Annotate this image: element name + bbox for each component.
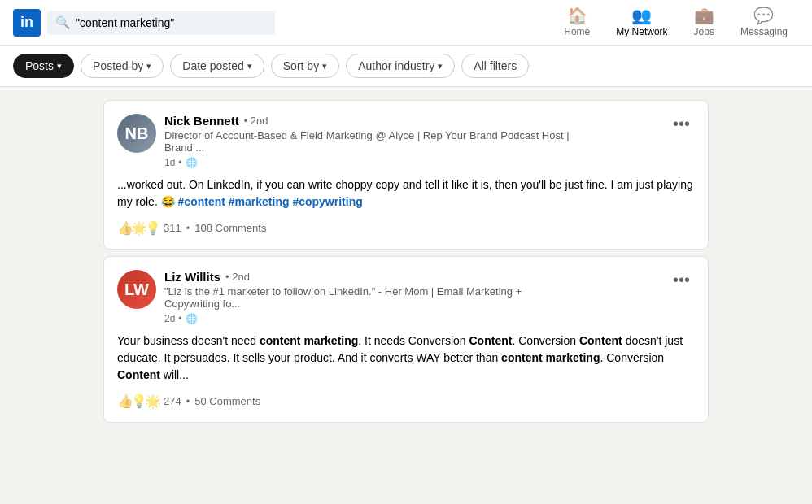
nav-bar: in 🔍 🏠 Home 👥 My Network 💼 Jobs 💬 Messag… — [0, 0, 812, 46]
my-network-icon: 👥 — [631, 7, 652, 24]
date-posted-filter[interactable]: Date posted ▾ — [170, 54, 264, 78]
reactions-count-1: 311 — [164, 222, 181, 234]
author-industry-label: Author industry — [358, 59, 434, 72]
nav-item-messaging-label: Messaging — [740, 26, 788, 37]
nav-item-jobs[interactable]: 💼 Jobs — [683, 1, 726, 44]
avatar-initials-2: LW — [124, 280, 149, 299]
nav-item-jobs-label: Jobs — [694, 26, 714, 37]
reactions-dot-1: • — [186, 222, 190, 234]
nav-item-home-label: Home — [564, 26, 590, 37]
all-filters-label: All filters — [474, 59, 517, 72]
meta-dot-1: • — [178, 157, 181, 168]
author-headline-2: "Liz is the #1 marketer to follow on Lin… — [164, 285, 571, 310]
author-degree-1: • 2nd — [244, 115, 268, 127]
bold-content-marketing-1: content marketing — [260, 334, 358, 347]
posts-chevron-icon: ▾ — [57, 61, 62, 72]
author-industry-filter[interactable]: Author industry ▾ — [346, 54, 455, 78]
more-options-btn-1[interactable]: ••• — [668, 114, 695, 133]
author-name-1[interactable]: Nick Bennett — [164, 114, 239, 128]
date-posted-chevron-icon: ▾ — [247, 61, 252, 72]
sort-by-label: Sort by — [283, 59, 319, 72]
author-industry-chevron-icon: ▾ — [438, 61, 443, 72]
filter-bar: Posts ▾ Posted by ▾ Date posted ▾ Sort b… — [0, 46, 812, 87]
posts-filter-label: Posts — [25, 59, 54, 72]
home-icon: 🏠 — [567, 7, 587, 24]
post-header-1: NB Nick Bennett • 2nd Director of Accoun… — [117, 114, 695, 168]
reaction-star-2: 🌟 — [145, 393, 161, 409]
all-filters-button[interactable]: All filters — [461, 54, 529, 78]
post-meta-1: 1d • 🌐 — [164, 157, 571, 168]
messaging-icon: 💬 — [753, 7, 774, 24]
search-icon: 🔍 — [55, 15, 71, 30]
nav-item-messaging[interactable]: 💬 Messaging — [729, 1, 799, 44]
reaction-icons-2: 👍 💡 🌟 — [117, 393, 159, 409]
jobs-icon: 💼 — [694, 7, 714, 24]
hashtag-marketing[interactable]: #marketing — [229, 195, 290, 208]
avatar-2[interactable]: LW — [117, 270, 156, 309]
hashtag-content[interactable]: #content — [178, 195, 225, 208]
comments-count-2[interactable]: 50 Comments — [194, 395, 260, 407]
globe-icon-2: 🌐 — [186, 313, 198, 324]
author-info-1: Nick Bennett • 2nd Director of Account-B… — [164, 114, 571, 168]
search-input[interactable] — [76, 16, 267, 29]
comments-count-1[interactable]: 108 Comments — [194, 222, 266, 234]
avatar-1[interactable]: NB — [117, 114, 156, 153]
reactions-dot-2: • — [186, 395, 190, 407]
bold-content-1: Content — [469, 334, 513, 347]
author-name-row-2: Liz Willits • 2nd — [164, 270, 571, 284]
meta-dot-2: • — [178, 313, 181, 324]
reaction-bulb-1: 💡 — [145, 220, 161, 236]
author-info-2: Liz Willits • 2nd "Liz is the #1 markete… — [164, 270, 571, 324]
bold-content-3: Content — [117, 368, 160, 381]
hashtag-copywriting[interactable]: #copywriting — [292, 195, 362, 208]
post-reactions-1: 👍 🌟 💡 311 • 108 Comments — [117, 220, 695, 236]
post-header-2: LW Liz Willits • 2nd "Liz is the #1 mark… — [117, 270, 695, 324]
reaction-icons-1: 👍 🌟 💡 — [117, 220, 159, 236]
avatar-initials-1: NB — [125, 124, 149, 143]
post-body-2: Your business doesn't need content marke… — [117, 332, 695, 384]
post-meta-2: 2d • 🌐 — [164, 313, 571, 324]
nav-items: 🏠 Home 👥 My Network 💼 Jobs 💬 Messaging — [552, 1, 799, 44]
post-time-2: 2d — [164, 313, 175, 324]
posted-by-filter[interactable]: Posted by ▾ — [81, 54, 164, 78]
sort-by-filter[interactable]: Sort by ▾ — [271, 54, 339, 78]
posted-by-label: Posted by — [93, 59, 143, 72]
bold-content-marketing-2: content marketing — [501, 351, 600, 364]
nav-item-my-network[interactable]: 👥 My Network — [605, 1, 679, 44]
more-options-btn-2[interactable]: ••• — [668, 270, 695, 289]
sort-by-chevron-icon: ▾ — [322, 61, 327, 72]
reactions-count-2: 274 — [164, 395, 181, 407]
nav-item-my-network-label: My Network — [616, 26, 667, 37]
linkedin-logo[interactable]: in — [13, 9, 41, 37]
post-author-row-1: NB Nick Bennett • 2nd Director of Accoun… — [117, 114, 571, 168]
globe-icon-1: 🌐 — [186, 157, 198, 168]
main-content: NB Nick Bennett • 2nd Director of Accoun… — [97, 100, 715, 423]
post-body-1: ...worked out. On LinkedIn, if you can w… — [117, 176, 695, 211]
nav-item-home[interactable]: 🏠 Home — [552, 1, 601, 44]
author-degree-2: • 2nd — [225, 271, 250, 283]
date-posted-label: Date posted — [182, 59, 244, 72]
bold-content-2: Content — [579, 334, 622, 347]
search-bar: 🔍 — [47, 11, 275, 35]
post-time-1: 1d — [164, 157, 175, 168]
author-headline-1: Director of Account-Based & Field Market… — [164, 129, 571, 154]
author-name-2[interactable]: Liz Willits — [164, 270, 220, 284]
post-reactions-2: 👍 💡 🌟 274 • 50 Comments — [117, 393, 695, 409]
post-card-2: LW Liz Willits • 2nd "Liz is the #1 mark… — [103, 256, 709, 423]
post-author-row-2: LW Liz Willits • 2nd "Liz is the #1 mark… — [117, 270, 571, 324]
author-name-row-1: Nick Bennett • 2nd — [164, 114, 571, 128]
posted-by-chevron-icon: ▾ — [146, 61, 151, 72]
posts-filter[interactable]: Posts ▾ — [13, 54, 74, 78]
post-card-1: NB Nick Bennett • 2nd Director of Accoun… — [103, 100, 709, 250]
